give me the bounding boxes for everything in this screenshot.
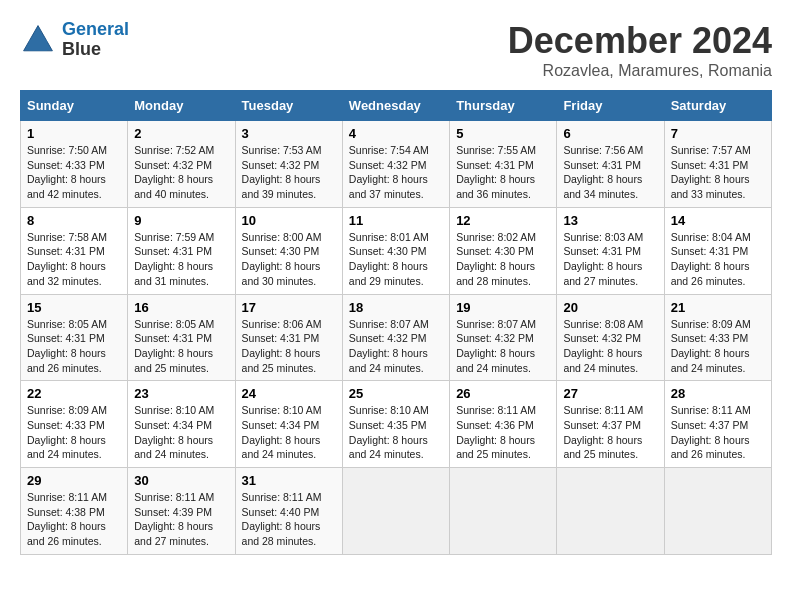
calendar-cell: 4Sunrise: 7:54 AMSunset: 4:32 PMDaylight… (342, 121, 449, 208)
day-number: 27 (563, 386, 657, 401)
calendar-cell (342, 468, 449, 555)
day-number: 3 (242, 126, 336, 141)
calendar-cell: 2Sunrise: 7:52 AMSunset: 4:32 PMDaylight… (128, 121, 235, 208)
day-number: 16 (134, 300, 228, 315)
day-info: Sunrise: 8:11 AMSunset: 4:38 PMDaylight:… (27, 490, 121, 549)
week-row-4: 22Sunrise: 8:09 AMSunset: 4:33 PMDayligh… (21, 381, 772, 468)
logo-text: General Blue (62, 20, 129, 60)
calendar-cell: 21Sunrise: 8:09 AMSunset: 4:33 PMDayligh… (664, 294, 771, 381)
calendar-cell: 26Sunrise: 8:11 AMSunset: 4:36 PMDayligh… (450, 381, 557, 468)
calendar-cell (557, 468, 664, 555)
header-wednesday: Wednesday (342, 91, 449, 121)
day-number: 29 (27, 473, 121, 488)
logo: General Blue (20, 20, 129, 60)
day-number: 26 (456, 386, 550, 401)
day-info: Sunrise: 7:56 AMSunset: 4:31 PMDaylight:… (563, 143, 657, 202)
day-info: Sunrise: 8:10 AMSunset: 4:34 PMDaylight:… (134, 403, 228, 462)
calendar-cell: 12Sunrise: 8:02 AMSunset: 4:30 PMDayligh… (450, 207, 557, 294)
calendar-table: SundayMondayTuesdayWednesdayThursdayFrid… (20, 90, 772, 555)
day-info: Sunrise: 8:06 AMSunset: 4:31 PMDaylight:… (242, 317, 336, 376)
day-number: 28 (671, 386, 765, 401)
calendar-cell (450, 468, 557, 555)
day-info: Sunrise: 7:55 AMSunset: 4:31 PMDaylight:… (456, 143, 550, 202)
day-number: 9 (134, 213, 228, 228)
month-title: December 2024 (508, 20, 772, 62)
header-monday: Monday (128, 91, 235, 121)
day-number: 10 (242, 213, 336, 228)
calendar-header-row: SundayMondayTuesdayWednesdayThursdayFrid… (21, 91, 772, 121)
calendar-cell: 27Sunrise: 8:11 AMSunset: 4:37 PMDayligh… (557, 381, 664, 468)
title-block: December 2024 Rozavlea, Maramures, Roman… (508, 20, 772, 80)
day-number: 24 (242, 386, 336, 401)
calendar-cell: 17Sunrise: 8:06 AMSunset: 4:31 PMDayligh… (235, 294, 342, 381)
day-info: Sunrise: 8:11 AMSunset: 4:36 PMDaylight:… (456, 403, 550, 462)
day-info: Sunrise: 8:11 AMSunset: 4:40 PMDaylight:… (242, 490, 336, 549)
day-number: 11 (349, 213, 443, 228)
calendar-cell: 19Sunrise: 8:07 AMSunset: 4:32 PMDayligh… (450, 294, 557, 381)
day-number: 18 (349, 300, 443, 315)
calendar-cell: 18Sunrise: 8:07 AMSunset: 4:32 PMDayligh… (342, 294, 449, 381)
header-sunday: Sunday (21, 91, 128, 121)
day-number: 7 (671, 126, 765, 141)
logo-line1: General (62, 19, 129, 39)
day-number: 6 (563, 126, 657, 141)
day-number: 14 (671, 213, 765, 228)
calendar-cell: 25Sunrise: 8:10 AMSunset: 4:35 PMDayligh… (342, 381, 449, 468)
calendar-cell: 6Sunrise: 7:56 AMSunset: 4:31 PMDaylight… (557, 121, 664, 208)
day-info: Sunrise: 8:09 AMSunset: 4:33 PMDaylight:… (671, 317, 765, 376)
day-number: 25 (349, 386, 443, 401)
day-info: Sunrise: 7:59 AMSunset: 4:31 PMDaylight:… (134, 230, 228, 289)
day-number: 4 (349, 126, 443, 141)
day-number: 12 (456, 213, 550, 228)
logo-icon (20, 22, 56, 58)
day-info: Sunrise: 8:11 AMSunset: 4:39 PMDaylight:… (134, 490, 228, 549)
day-number: 15 (27, 300, 121, 315)
day-info: Sunrise: 8:01 AMSunset: 4:30 PMDaylight:… (349, 230, 443, 289)
calendar-cell: 10Sunrise: 8:00 AMSunset: 4:30 PMDayligh… (235, 207, 342, 294)
calendar-cell: 24Sunrise: 8:10 AMSunset: 4:34 PMDayligh… (235, 381, 342, 468)
day-info: Sunrise: 8:02 AMSunset: 4:30 PMDaylight:… (456, 230, 550, 289)
header-thursday: Thursday (450, 91, 557, 121)
day-info: Sunrise: 8:05 AMSunset: 4:31 PMDaylight:… (27, 317, 121, 376)
calendar-cell: 11Sunrise: 8:01 AMSunset: 4:30 PMDayligh… (342, 207, 449, 294)
header-saturday: Saturday (664, 91, 771, 121)
location-subtitle: Rozavlea, Maramures, Romania (508, 62, 772, 80)
day-number: 1 (27, 126, 121, 141)
day-number: 23 (134, 386, 228, 401)
day-info: Sunrise: 8:11 AMSunset: 4:37 PMDaylight:… (671, 403, 765, 462)
day-info: Sunrise: 7:54 AMSunset: 4:32 PMDaylight:… (349, 143, 443, 202)
day-info: Sunrise: 8:03 AMSunset: 4:31 PMDaylight:… (563, 230, 657, 289)
calendar-cell: 28Sunrise: 8:11 AMSunset: 4:37 PMDayligh… (664, 381, 771, 468)
day-info: Sunrise: 8:10 AMSunset: 4:35 PMDaylight:… (349, 403, 443, 462)
calendar-cell: 13Sunrise: 8:03 AMSunset: 4:31 PMDayligh… (557, 207, 664, 294)
day-info: Sunrise: 8:00 AMSunset: 4:30 PMDaylight:… (242, 230, 336, 289)
header-friday: Friday (557, 91, 664, 121)
day-info: Sunrise: 8:07 AMSunset: 4:32 PMDaylight:… (349, 317, 443, 376)
day-info: Sunrise: 8:05 AMSunset: 4:31 PMDaylight:… (134, 317, 228, 376)
day-number: 21 (671, 300, 765, 315)
calendar-cell: 7Sunrise: 7:57 AMSunset: 4:31 PMDaylight… (664, 121, 771, 208)
day-number: 5 (456, 126, 550, 141)
calendar-cell: 20Sunrise: 8:08 AMSunset: 4:32 PMDayligh… (557, 294, 664, 381)
logo-line2: Blue (62, 40, 129, 60)
calendar-cell: 16Sunrise: 8:05 AMSunset: 4:31 PMDayligh… (128, 294, 235, 381)
week-row-1: 1Sunrise: 7:50 AMSunset: 4:33 PMDaylight… (21, 121, 772, 208)
day-number: 2 (134, 126, 228, 141)
calendar-body: 1Sunrise: 7:50 AMSunset: 4:33 PMDaylight… (21, 121, 772, 555)
day-info: Sunrise: 7:52 AMSunset: 4:32 PMDaylight:… (134, 143, 228, 202)
day-info: Sunrise: 8:09 AMSunset: 4:33 PMDaylight:… (27, 403, 121, 462)
day-number: 30 (134, 473, 228, 488)
day-info: Sunrise: 7:50 AMSunset: 4:33 PMDaylight:… (27, 143, 121, 202)
header-tuesday: Tuesday (235, 91, 342, 121)
day-info: Sunrise: 7:53 AMSunset: 4:32 PMDaylight:… (242, 143, 336, 202)
calendar-cell: 5Sunrise: 7:55 AMSunset: 4:31 PMDaylight… (450, 121, 557, 208)
page-header: General Blue December 2024 Rozavlea, Mar… (20, 20, 772, 80)
day-number: 22 (27, 386, 121, 401)
week-row-5: 29Sunrise: 8:11 AMSunset: 4:38 PMDayligh… (21, 468, 772, 555)
calendar-cell: 8Sunrise: 7:58 AMSunset: 4:31 PMDaylight… (21, 207, 128, 294)
calendar-cell: 9Sunrise: 7:59 AMSunset: 4:31 PMDaylight… (128, 207, 235, 294)
day-info: Sunrise: 8:11 AMSunset: 4:37 PMDaylight:… (563, 403, 657, 462)
day-info: Sunrise: 7:58 AMSunset: 4:31 PMDaylight:… (27, 230, 121, 289)
day-info: Sunrise: 8:04 AMSunset: 4:31 PMDaylight:… (671, 230, 765, 289)
day-number: 19 (456, 300, 550, 315)
